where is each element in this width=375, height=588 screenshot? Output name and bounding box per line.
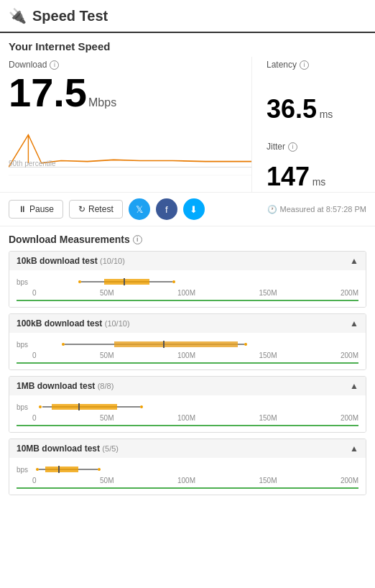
measured-time: 🕐 Measured at 8:57:28 PM <box>267 205 366 214</box>
retest-button[interactable]: ↻ Retest <box>69 200 123 219</box>
card-1mb-header: 1MB download test (8/8) ▲ <box>9 377 366 395</box>
card-1mb: 1MB download test (8/8) ▲ bps <box>9 376 366 433</box>
jitter-info-icon[interactable]: i <box>288 142 297 152</box>
card-10kb-chart-row: bps <box>17 276 358 288</box>
card-100kb-toggle[interactable]: ▲ <box>350 318 358 329</box>
jitter-value-group: 147 ms <box>267 162 366 192</box>
pause-button[interactable]: ⏸ Pause <box>9 200 63 219</box>
card-100kb-chart-row: bps <box>17 339 358 350</box>
download-share-button[interactable]: ⬇ <box>183 198 205 220</box>
card-100kb-body: bps 0 50M 100M 150M 200M <box>9 333 366 369</box>
twitter-icon: 𝕏 <box>136 204 143 215</box>
twitter-share-button[interactable]: 𝕏 <box>129 198 150 220</box>
card-10kb-title: 10kB download test <box>17 256 98 266</box>
retest-icon: ↻ <box>78 204 85 214</box>
card-10kb-count: (10/10) <box>100 257 125 265</box>
green-line-10mb <box>17 487 358 489</box>
card-10mb-body: bps 0 50M 100M 150M 200M <box>9 458 366 495</box>
green-line-100kb <box>17 362 358 364</box>
section-title: Your Internet Speed <box>0 33 375 57</box>
latency-value-group: 36.5 ms <box>267 94 366 124</box>
jitter-label: Jitter i <box>267 139 366 155</box>
jitter-value: 147 <box>267 162 310 191</box>
card-10mb-chart-row: bps <box>17 464 358 475</box>
card-1mb-body: bps 0 50M 100M 150M 200M <box>9 395 366 432</box>
chart-bps-label-4: bps <box>17 466 32 474</box>
card-10kb-toggle[interactable]: ▲ <box>350 256 358 266</box>
measurements-title: Download Measurements i <box>9 234 366 245</box>
speed-section: Download i 17.5Mbps 90th percentile La <box>0 57 375 192</box>
card-1mb-toggle[interactable]: ▲ <box>350 381 358 391</box>
box-chart-10kb <box>32 276 358 288</box>
card-100kb: 100kB download test (10/10) ▲ bps <box>9 313 366 370</box>
download-chart: 90th percentile <box>9 119 251 183</box>
card-10kb-header: 10kB download test (10/10) ▲ <box>9 252 366 270</box>
card-10mb-toggle[interactable]: ▲ <box>350 444 358 454</box>
measurements-info-icon[interactable]: i <box>133 235 142 244</box>
card-10mb-title: 10MB download test <box>17 444 100 454</box>
chart-svg <box>9 119 251 183</box>
box-chart-10mb <box>32 464 358 475</box>
latency-info-icon[interactable]: i <box>300 60 309 70</box>
chart-bps-label-3: bps <box>17 403 32 411</box>
controls-bar: ⏸ Pause ↻ Retest 𝕏 f ⬇ 🕐 Measured at 8:5… <box>0 192 375 226</box>
box-chart-100kb <box>32 339 358 350</box>
download-value-group: 17.5Mbps <box>9 73 251 113</box>
axis-labels-1mb: 0 50M 100M 150M 200M <box>17 414 358 422</box>
axis-labels-10kb: 0 50M 100M 150M 200M <box>17 289 358 297</box>
latency-value: 36.5 <box>267 94 317 124</box>
card-100kb-count: (10/10) <box>105 319 130 328</box>
clock-icon: 🕐 <box>267 205 277 214</box>
chart-bps-label: bps <box>17 278 32 286</box>
card-1mb-chart-row: bps <box>17 401 358 413</box>
speed-test-icon: 🔌 <box>9 7 27 24</box>
facebook-icon: f <box>165 204 168 215</box>
pause-icon: ⏸ <box>18 204 27 214</box>
card-10mb-count: (5/5) <box>102 444 119 453</box>
download-unit: Mbps <box>88 96 116 109</box>
download-icon: ⬇ <box>190 204 198 215</box>
facebook-share-button[interactable]: f <box>156 198 177 220</box>
download-column: Download i 17.5Mbps 90th percentile <box>9 57 251 192</box>
chart-bps-label-2: bps <box>17 341 32 349</box>
card-1mb-count: (8/8) <box>98 382 114 390</box>
card-100kb-header: 100kB download test (10/10) ▲ <box>9 314 366 333</box>
page-header: 🔌 Speed Test <box>0 0 375 33</box>
axis-labels-100kb: 0 50M 100M 150M 200M <box>17 352 358 359</box>
percentile-label: 90th percentile <box>9 160 56 167</box>
latency-label: Latency i <box>267 57 366 73</box>
jitter-unit: ms <box>312 176 326 188</box>
card-10mb: 10MB download test (5/5) ▲ bps <box>9 438 366 495</box>
page-title: Speed Test <box>32 8 108 24</box>
download-info-icon[interactable]: i <box>50 60 59 70</box>
green-line-10kb <box>17 300 358 301</box>
card-10mb-header: 10MB download test (5/5) ▲ <box>9 439 366 458</box>
latency-unit: ms <box>320 109 333 120</box>
green-line-1mb <box>17 425 358 426</box>
card-100kb-title: 100kB download test <box>17 318 102 329</box>
axis-labels-10mb: 0 50M 100M 150M 200M <box>17 477 358 484</box>
measurements-section: Download Measurements i 10kB download te… <box>0 226 375 495</box>
download-value: 17.5 <box>9 70 87 115</box>
box-chart-1mb <box>32 401 358 413</box>
card-10kb: 10kB download test (10/10) ▲ bps <box>9 251 366 308</box>
card-1mb-title: 1MB download test <box>17 381 95 391</box>
latency-column: Latency i 36.5 ms Jitter i 147 ms <box>251 57 366 192</box>
card-10kb-body: bps 0 50M <box>9 270 366 307</box>
